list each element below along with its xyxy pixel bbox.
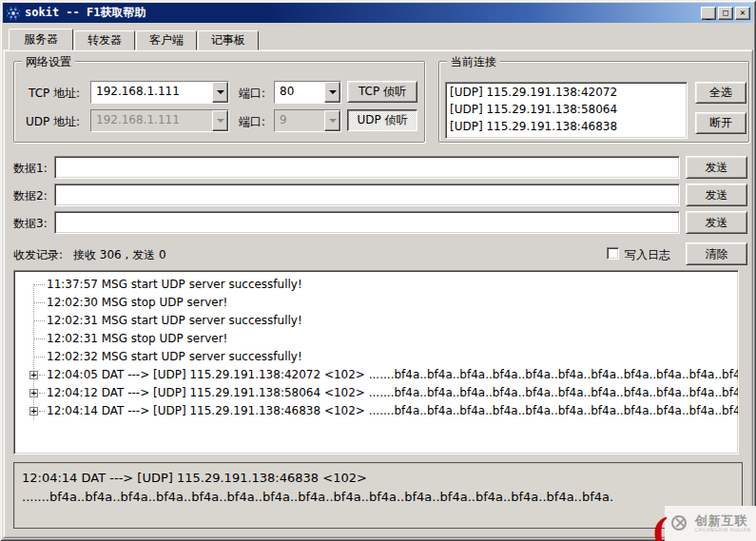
log-entry-text: 11:37:57 MSG start UDP server successful… — [47, 278, 302, 291]
send2-label: 发送 — [706, 187, 728, 203]
udp-address-value: 192.168.1.111 — [91, 110, 212, 131]
udp-port-label: 端口: — [239, 114, 265, 130]
record-label: 收发记录: — [13, 247, 63, 263]
chevron-down-icon[interactable] — [324, 82, 340, 103]
expand-plus-icon[interactable] — [29, 371, 38, 379]
log-entry-text: 12:04:14 DAT ---> [UDP] 115.29.191.138:4… — [47, 404, 738, 417]
log-entry-text: 12:04:05 DAT ---> [UDP] 115.29.191.138:4… — [47, 368, 738, 381]
detail-panel[interactable]: 12:04:14 DAT ---> [UDP] 115.29.191.138:4… — [13, 462, 743, 529]
tcp-port-combobox[interactable]: 80 — [274, 81, 341, 104]
udp-port-value: 9 — [275, 110, 324, 131]
window-title: sokit -- F1获取帮助 — [25, 5, 145, 21]
tab-bar: 服务器 转发器 客户端 记事板 — [9, 29, 260, 50]
udp-listen-button[interactable]: UDP 侦听 — [347, 109, 417, 131]
send2-button[interactable]: 发送 — [686, 184, 747, 206]
connection-list[interactable]: [UDP] 115.29.191.138:42072 [UDP] 115.29.… — [445, 82, 688, 139]
tcp-listen-label: TCP 侦听 — [359, 84, 406, 100]
minimize-icon[interactable]: _ — [701, 7, 716, 20]
app-window: sokit -- F1获取帮助 _ □ ✕ 服务器 转发器 客户端 记事板 网络… — [0, 0, 756, 541]
log-entry[interactable]: 12:02:30 MSG stop UDP server! — [14, 294, 738, 312]
chevron-down-icon[interactable] — [212, 82, 228, 103]
current-connections-title: 当前连接 — [447, 54, 500, 70]
tcp-port-value: 80 — [275, 82, 324, 103]
tcp-address-value: 192.168.1.111 — [91, 82, 212, 103]
maximize-icon[interactable]: □ — [718, 7, 733, 20]
tab-label: 服务器 — [24, 31, 58, 48]
log-entry[interactable]: 11:37:57 MSG start UDP server successful… — [14, 276, 738, 294]
log-entry-text: 12:02:30 MSG stop UDP server! — [47, 296, 227, 309]
data2-input[interactable] — [54, 184, 680, 206]
data3-input[interactable] — [54, 211, 680, 234]
clear-button[interactable]: 清除 — [686, 242, 747, 265]
data2-label: 数据2: — [13, 188, 48, 204]
watermark: ( ✕ 创新互联 CHUANGXIN HULIAN — [665, 506, 756, 541]
log-entry-text: 12:02:31 MSG start UDP server successful… — [47, 314, 302, 327]
chevron-down-icon — [324, 110, 340, 131]
watermark-logo-icon: ✕ — [669, 513, 690, 534]
tab-label: 转发器 — [87, 32, 122, 48]
data1-label: 数据1: — [13, 161, 48, 177]
tcp-address-label: TCP 地址: — [29, 86, 80, 102]
connection-item[interactable]: [UDP] 115.29.191.138:58064 — [450, 101, 683, 118]
send3-label: 发送 — [706, 215, 728, 231]
log-entry-text: 12:04:12 DAT ---> [UDP] 115.29.191.138:5… — [47, 386, 738, 399]
tab-label: 客户端 — [149, 32, 184, 48]
udp-address-label: UDP 地址: — [26, 114, 80, 130]
log-entry[interactable]: 12:02:32 MSG start UDP server successful… — [14, 348, 738, 366]
tcp-address-combobox[interactable]: 192.168.1.111 — [90, 81, 229, 104]
data1-input[interactable] — [54, 156, 680, 179]
watermark-brand: 创新互联 — [694, 514, 750, 528]
record-stats: 接收 306 , 发送 0 — [73, 247, 166, 263]
log-entry[interactable]: 12:02:31 MSG start UDP server successful… — [14, 312, 738, 330]
tab-forwarder[interactable]: 转发器 — [74, 30, 135, 50]
connection-item[interactable]: [UDP] 115.29.191.138:42072 — [450, 84, 683, 101]
log-entry-text: 12:02:32 MSG start UDP server successful… — [47, 350, 302, 363]
red-paren-decoration: ( — [651, 510, 669, 541]
log-entry[interactable]: 12:04:05 DAT ---> [UDP] 115.29.191.138:4… — [14, 366, 738, 384]
disconnect-button[interactable]: 断开 — [695, 112, 746, 134]
log-entry[interactable]: 12:02:31 MSG stop UDP server! — [14, 330, 738, 348]
expand-plus-icon[interactable] — [29, 389, 38, 397]
title-bar: sokit -- F1获取帮助 _ □ ✕ — [3, 3, 753, 23]
app-icon — [6, 6, 21, 21]
udp-port-combobox: 9 — [274, 109, 341, 132]
udp-listen-label: UDP 侦听 — [357, 112, 407, 128]
send3-button[interactable]: 发送 — [686, 211, 747, 234]
udp-address-combobox: 192.168.1.111 — [90, 109, 229, 132]
select-all-label: 全选 — [709, 85, 732, 101]
send1-button[interactable]: 发送 — [686, 156, 747, 179]
detail-line1: 12:04:14 DAT ---> [UDP] 115.29.191.138:4… — [22, 469, 734, 488]
write-log-checkbox[interactable] — [607, 247, 619, 260]
tcp-port-label: 端口: — [239, 86, 265, 102]
expand-plus-icon[interactable] — [29, 407, 38, 415]
write-log-label: 写入日志 — [625, 247, 670, 263]
network-settings-title: 网络设置 — [22, 54, 75, 70]
connection-item[interactable]: [UDP] 115.29.191.138:46838 — [450, 118, 683, 135]
close-icon[interactable]: ✕ — [735, 7, 750, 20]
select-all-button[interactable]: 全选 — [695, 82, 746, 104]
tcp-listen-button[interactable]: TCP 侦听 — [347, 81, 417, 103]
watermark-subtext: CHUANGXIN HULIAN — [694, 528, 750, 533]
log-entry[interactable]: 12:04:12 DAT ---> [UDP] 115.29.191.138:5… — [14, 384, 738, 402]
tab-server[interactable]: 服务器 — [9, 29, 73, 50]
data3-label: 数据3: — [13, 216, 48, 232]
detail-line2: .......bf4a..bf4a..bf4a..bf4a..bf4a..bf4… — [22, 488, 734, 507]
clear-label: 清除 — [706, 246, 728, 262]
send1-label: 发送 — [706, 160, 728, 176]
log-entry-text: 12:02:31 MSG stop UDP server! — [47, 332, 227, 345]
log-tree[interactable]: 11:37:57 MSG start UDP server successful… — [13, 270, 739, 454]
chevron-down-icon — [212, 110, 228, 131]
disconnect-label: 断开 — [709, 115, 732, 131]
tab-notepad[interactable]: 记事板 — [198, 30, 259, 50]
log-entry[interactable]: 12:04:14 DAT ---> [UDP] 115.29.191.138:4… — [14, 402, 738, 420]
tab-client[interactable]: 客户端 — [136, 30, 197, 50]
tab-label: 记事板 — [211, 32, 245, 48]
